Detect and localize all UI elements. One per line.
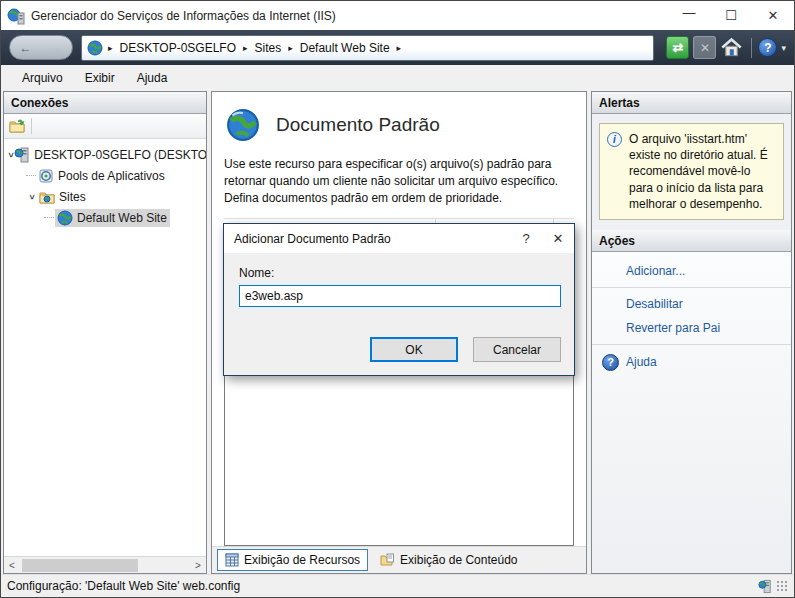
connections-toolbar: [4, 114, 206, 139]
breadcrumb-arrow-icon: ▸: [108, 43, 113, 53]
refresh-icon: ⇄: [673, 40, 684, 55]
connections-panel: Conexões >: [3, 91, 207, 574]
resize-grip[interactable]: [776, 580, 788, 592]
application-pools-icon: [38, 168, 54, 184]
menu-ajuda[interactable]: Ajuda: [126, 67, 179, 89]
tree-item-default-web-site[interactable]: Default Web Site: [4, 207, 206, 228]
actions-panel: Alertas i O arquivo 'iisstart.htm' exist…: [591, 91, 792, 574]
add-default-document-dialog: Adicionar Documento Padrão ? ✕ Nome: OK …: [223, 223, 575, 376]
tree-connector: [44, 217, 54, 218]
menu-bar: Arquivo Exibir Ajuda: [1, 65, 794, 91]
features-view-icon: [225, 553, 239, 567]
home-button[interactable]: [720, 36, 743, 59]
status-text: Configuração: 'Default Web Site' web.con…: [7, 579, 240, 593]
tree-item-server[interactable]: > DESKTOP-0SGELFO (DESKTOP: [4, 144, 206, 165]
breadcrumb-arrow-icon: ▸: [288, 43, 293, 53]
breadcrumb-arrow-icon: ▸: [243, 43, 248, 53]
status-bar: Configuração: 'Default Web Site' web.con…: [1, 574, 794, 597]
actions-list: Adicionar... Desabilitar Reverter para P…: [592, 252, 791, 573]
help-icon: ?: [602, 354, 619, 371]
stop-button-disabled: ✕: [693, 36, 716, 59]
info-icon: i: [607, 132, 622, 147]
close-button[interactable]: ✕: [752, 1, 794, 30]
forward-icon[interactable]: →: [51, 41, 63, 55]
action-ajuda[interactable]: ? Ajuda: [592, 349, 791, 376]
actions-separator: [592, 287, 791, 288]
minimize-button[interactable]: —: [668, 1, 710, 30]
menu-exibir[interactable]: Exibir: [74, 67, 126, 89]
chevron-down-icon: ▾: [781, 43, 786, 53]
action-desabilitar[interactable]: Desabilitar: [592, 292, 791, 316]
breadcrumb-item-server[interactable]: DESKTOP-0SGELFO: [118, 39, 238, 57]
content-view-icon: [380, 553, 395, 567]
actions-separator: [592, 344, 791, 345]
view-tabs: Exibição de Recursos Exibição de Conteúd…: [212, 546, 586, 573]
chevron-expanded-icon[interactable]: >: [27, 191, 37, 203]
title-bar: Gerenciador do Serviços de Informações d…: [1, 1, 794, 30]
globe-icon: [87, 40, 103, 56]
dialog-buttons: OK Cancelar: [370, 337, 561, 362]
navigation-toolbar: ← → ▸ DESKTOP-0SGELFO ▸ Sites ▸ Default …: [1, 30, 794, 65]
help-menu-button[interactable]: ? ▾: [758, 38, 786, 57]
tab-features-view[interactable]: Exibição de Recursos: [217, 549, 368, 571]
help-icon: ?: [758, 38, 777, 57]
maximize-button[interactable]: ☐: [710, 1, 752, 30]
tree-connector: [26, 175, 36, 176]
stop-icon: ✕: [700, 41, 710, 55]
tree-item-label: Sites: [59, 190, 86, 204]
tree-item-label: Default Web Site: [77, 211, 167, 225]
connections-header: Conexões: [4, 92, 206, 114]
tree-item-sites[interactable]: > Sites: [4, 186, 206, 207]
tab-content-view[interactable]: Exibição de Conteúdo: [373, 550, 524, 570]
alert-text: O arquivo 'iisstart.htm' existe no diret…: [629, 131, 776, 212]
horizontal-scrollbar[interactable]: < >: [4, 556, 206, 573]
breadcrumb-arrow-icon: ▸: [397, 43, 402, 53]
dialog-help-button[interactable]: ?: [510, 224, 542, 253]
cancel-button[interactable]: Cancelar: [473, 337, 561, 362]
chevron-expanded-icon[interactable]: >: [6, 152, 16, 157]
feature-header: Documento Padrão: [224, 104, 574, 144]
feature-globe-icon: [226, 108, 260, 142]
help-label: Ajuda: [626, 355, 657, 369]
breadcrumb[interactable]: ▸ DESKTOP-0SGELFO ▸ Sites ▸ Default Web …: [81, 35, 654, 61]
iis-manager-window: Gerenciador do Serviços de Informações d…: [0, 0, 795, 598]
server-icon: [14, 147, 30, 163]
app-icon: [7, 7, 25, 25]
refresh-button[interactable]: ⇄: [666, 36, 689, 59]
page-title: Documento Padrão: [276, 114, 440, 136]
action-reverter[interactable]: Reverter para Pai: [592, 316, 791, 340]
breadcrumb-item-sites[interactable]: Sites: [253, 39, 284, 57]
status-server-icon: [758, 579, 772, 594]
breadcrumb-item-default-web-site[interactable]: Default Web Site: [298, 39, 392, 57]
action-adicionar[interactable]: Adicionar...: [592, 259, 791, 283]
dialog-title: Adicionar Documento Padrão: [234, 232, 510, 246]
save-connections-icon[interactable]: [9, 118, 25, 134]
tree-item-app-pools[interactable]: Pools de Aplicativos: [4, 165, 206, 186]
name-label: Nome:: [239, 266, 574, 280]
sites-folder-icon: [39, 189, 55, 205]
name-input[interactable]: [239, 285, 561, 307]
feature-description: Use este recurso para especificar o(s) a…: [224, 156, 580, 207]
menu-arquivo[interactable]: Arquivo: [11, 67, 74, 89]
help-icon: ?: [522, 231, 529, 246]
web-site-globe-icon: [57, 210, 73, 226]
alert-message-box: i O arquivo 'iisstart.htm' existe no dir…: [599, 123, 784, 220]
tab-label: Exibição de Conteúdo: [400, 553, 517, 567]
tree-item-label: Pools de Aplicativos: [58, 169, 165, 183]
scroll-right-icon[interactable]: >: [190, 560, 206, 571]
back-icon[interactable]: ←: [20, 41, 32, 55]
dialog-close-button[interactable]: ✕: [542, 224, 574, 253]
dialog-title-bar: Adicionar Documento Padrão ? ✕: [224, 224, 574, 253]
ok-button[interactable]: OK: [370, 337, 458, 362]
alerts-header: Alertas: [592, 92, 791, 114]
scrollbar-thumb[interactable]: [22, 559, 138, 572]
window-title: Gerenciador do Serviços de Informações d…: [31, 9, 668, 23]
toolbar-separator: [751, 38, 752, 58]
selected-tree-item[interactable]: Default Web Site: [55, 209, 170, 227]
tab-label: Exibição de Recursos: [244, 553, 360, 567]
nav-buttons: ← →: [9, 35, 73, 60]
close-icon: ✕: [553, 231, 564, 246]
tree-item-label: DESKTOP-0SGELFO (DESKTOP: [34, 148, 206, 162]
scroll-left-icon[interactable]: <: [4, 560, 20, 571]
connections-tree: > DESKTOP-0SGELFO (DESKTOP: [4, 139, 206, 556]
